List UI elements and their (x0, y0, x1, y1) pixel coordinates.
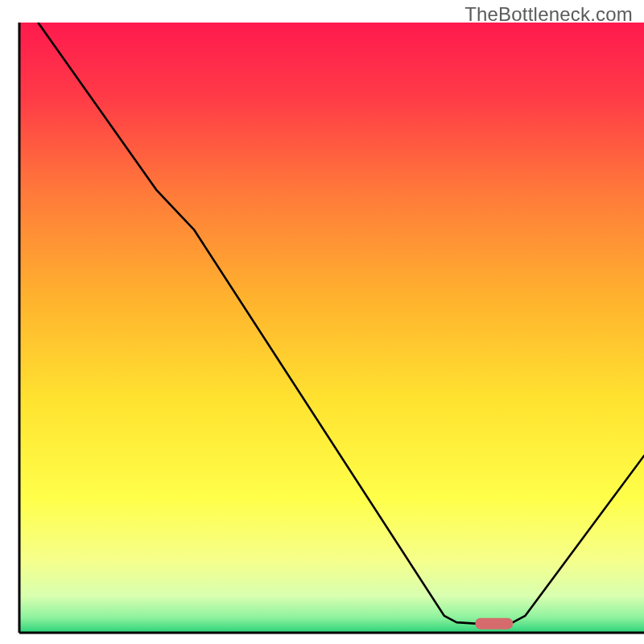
bottleneck-chart (0, 0, 644, 644)
chart-container: TheBottleneck.com (0, 0, 644, 644)
optimal-marker (475, 618, 513, 630)
gradient-background (19, 23, 644, 633)
watermark-text: TheBottleneck.com (464, 3, 633, 26)
